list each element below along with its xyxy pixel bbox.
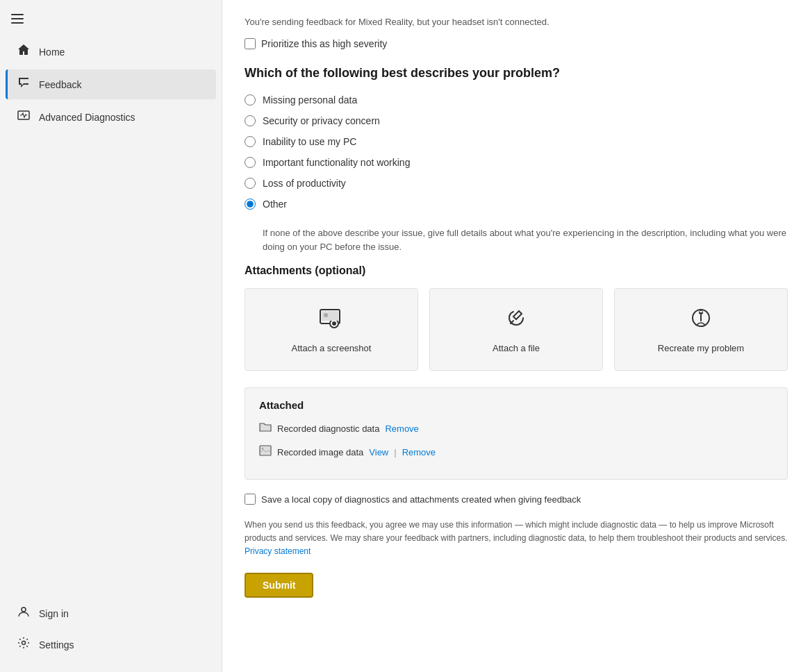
save-local-checkbox[interactable] <box>245 494 256 505</box>
sidebar-item-feedback[interactable]: Feedback <box>6 69 216 99</box>
sidebar-item-sign-in-label: Sign in <box>39 608 69 619</box>
recreate-icon <box>688 305 713 336</box>
sidebar-bottom: Sign in Settings <box>0 597 222 666</box>
recreate-label: Recreate my problem <box>658 343 744 353</box>
attach-screenshot-card[interactable]: Attach a screenshot <box>245 288 418 371</box>
section-title: Which of the following best describes yo… <box>245 66 788 81</box>
remove-diagnostic-link[interactable]: Remove <box>385 423 418 434</box>
radio-item-missing-personal-data[interactable]: Missing personal data <box>245 94 788 106</box>
screenshot-icon <box>319 305 344 336</box>
info-text: You're sending feedback for Mixed Realit… <box>245 17 788 27</box>
attached-item-image: Recorded image data View | Remove <box>259 444 773 460</box>
svg-rect-0 <box>11 14 24 15</box>
radio-label-missing-personal-data: Missing personal data <box>263 94 357 106</box>
sidebar: Home Feedback Advanced Diagnostics <box>0 0 222 672</box>
svg-point-10 <box>324 313 328 317</box>
svg-rect-13 <box>700 311 702 312</box>
privacy-statement-link[interactable]: Privacy statement <box>245 546 311 556</box>
prioritize-checkbox[interactable] <box>245 38 256 49</box>
consent-text: When you send us this feedback, you agre… <box>245 519 788 559</box>
recreate-card[interactable]: Recreate my problem <box>614 288 788 371</box>
save-local-row: Save a local copy of diagnostics and att… <box>245 494 788 505</box>
main-content: You're sending feedback for Mixed Realit… <box>222 0 810 672</box>
folder-icon <box>259 421 272 436</box>
svg-rect-1 <box>11 18 24 19</box>
radio-important-functionality[interactable] <box>245 157 256 168</box>
radio-label-inability-to-use: Inability to use my PC <box>263 136 356 147</box>
svg-rect-2 <box>11 22 24 24</box>
prioritize-label[interactable]: Prioritize this as high severity <box>261 38 387 49</box>
attach-screenshot-label: Attach a screenshot <box>292 343 372 353</box>
svg-point-4 <box>22 607 26 612</box>
radio-other[interactable] <box>245 199 256 210</box>
sidebar-item-advanced-diagnostics[interactable]: Advanced Diagnostics <box>6 102 216 132</box>
radio-label-loss-of-productivity: Loss of productivity <box>263 178 346 189</box>
attached-section: Attached Recorded diagnostic data Remove… <box>245 387 788 480</box>
signin-icon <box>17 605 31 621</box>
diagnostics-icon <box>17 109 31 125</box>
sidebar-item-diagnostics-label: Advanced Diagnostics <box>39 112 135 123</box>
attachments-title: Attachments (optional) <box>245 264 788 277</box>
image-label: Recorded image data <box>277 447 363 457</box>
svg-point-5 <box>22 641 26 645</box>
radio-item-inability-to-use[interactable]: Inability to use my PC <box>245 136 788 147</box>
svg-rect-14 <box>260 446 271 455</box>
radio-missing-personal-data[interactable] <box>245 94 256 106</box>
radio-security-privacy[interactable] <box>245 115 256 126</box>
radio-group: Missing personal data Security or privac… <box>245 94 788 210</box>
hamburger-icon[interactable] <box>0 6 222 35</box>
pipe-separator: | <box>394 447 396 457</box>
consent-text-content: When you send us this feedback, you agre… <box>245 520 788 543</box>
sidebar-item-home[interactable]: Home <box>6 37 216 67</box>
remove-image-link[interactable]: Remove <box>402 447 436 457</box>
radio-loss-of-productivity[interactable] <box>245 178 256 189</box>
sidebar-item-sign-in[interactable]: Sign in <box>6 598 216 628</box>
sidebar-item-settings[interactable]: Settings <box>6 630 216 660</box>
sidebar-item-home-label: Home <box>39 47 65 58</box>
diagnostic-label: Recorded diagnostic data <box>277 423 379 434</box>
home-icon <box>17 44 31 60</box>
svg-point-8 <box>332 321 336 326</box>
radio-label-important-functionality: Important functionality not working <box>263 157 410 168</box>
radio-item-loss-of-productivity[interactable]: Loss of productivity <box>245 178 788 189</box>
svg-point-15 <box>262 448 264 450</box>
prioritize-row: Prioritize this as high severity <box>245 38 788 49</box>
submit-button[interactable]: Submit <box>245 573 313 598</box>
file-icon <box>504 305 529 336</box>
attached-title: Attached <box>259 399 773 411</box>
radio-label-other: Other <box>263 199 287 210</box>
radio-item-security-privacy[interactable]: Security or privacy concern <box>245 115 788 126</box>
save-local-label[interactable]: Save a local copy of diagnostics and att… <box>261 494 581 505</box>
radio-inability-to-use[interactable] <box>245 136 256 147</box>
settings-icon <box>17 637 31 653</box>
attached-item-diagnostic: Recorded diagnostic data Remove <box>259 421 773 436</box>
attachments-grid: Attach a screenshot Attach a file <box>245 288 788 371</box>
image-icon <box>259 444 272 460</box>
radio-label-security-privacy: Security or privacy concern <box>263 115 380 126</box>
other-hint: If none of the above describe your issue… <box>263 226 788 253</box>
view-image-link[interactable]: View <box>369 447 388 457</box>
attach-file-label: Attach a file <box>493 343 540 353</box>
sidebar-item-settings-label: Settings <box>39 639 74 650</box>
attach-file-card[interactable]: Attach a file <box>429 288 603 371</box>
sidebar-item-feedback-label: Feedback <box>39 79 81 90</box>
radio-item-important-functionality[interactable]: Important functionality not working <box>245 157 788 168</box>
radio-item-other[interactable]: Other <box>245 199 788 210</box>
feedback-icon <box>17 76 31 92</box>
